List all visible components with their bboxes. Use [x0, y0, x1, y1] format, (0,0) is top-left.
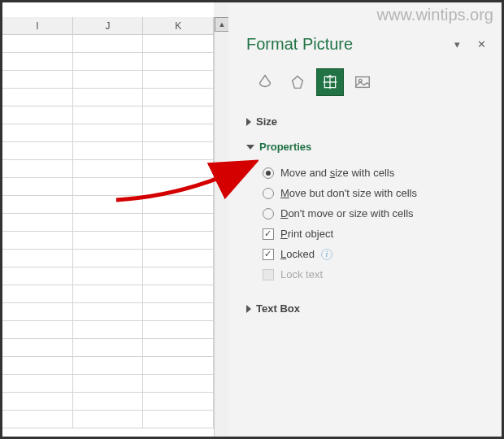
grid-row[interactable]: [2, 357, 214, 375]
locked-checkbox[interactable]: Locked i: [263, 244, 487, 264]
panel-title: Format Picture: [246, 35, 353, 54]
grid-row[interactable]: [2, 196, 214, 214]
size-section-title: Size: [256, 115, 277, 128]
grid-row[interactable]: [2, 321, 214, 339]
properties-body: Move and size with cells Move but don't …: [246, 156, 487, 293]
textbox-section: Text Box: [246, 299, 487, 318]
grid-row[interactable]: [2, 71, 214, 89]
column-headers: I J K: [2, 17, 214, 35]
scroll-up-button[interactable]: ▲: [215, 17, 229, 32]
textbox-section-header[interactable]: Text Box: [246, 299, 487, 318]
textbox-section-title: Text Box: [256, 302, 300, 315]
grid-row[interactable]: [2, 106, 214, 124]
radio-icon: [263, 188, 274, 199]
svg-rect-6: [356, 77, 370, 88]
expand-icon: [246, 305, 251, 313]
svg-marker-0: [293, 76, 303, 89]
grid-row[interactable]: [2, 411, 214, 428]
radio-icon: [263, 167, 274, 179]
grid-row[interactable]: [2, 250, 214, 267]
close-icon[interactable]: ✕: [476, 39, 487, 50]
format-picture-panel: Format Picture ▾ ✕ Size: [228, 2, 502, 437]
size-section: Size: [246, 112, 487, 131]
checkbox-icon: [263, 228, 274, 240]
panel-header: Format Picture ▾ ✕: [246, 35, 487, 54]
grid-row[interactable]: [2, 339, 214, 357]
print-object-checkbox[interactable]: Print object: [263, 224, 487, 244]
grid-row[interactable]: [2, 232, 214, 250]
option-label: Locked: [280, 248, 315, 260]
properties-section-title: Properties: [259, 141, 311, 153]
size-properties-tab[interactable]: [316, 68, 344, 96]
grid-rows: [2, 35, 214, 428]
option-label: Move but don't size with cells: [280, 187, 417, 199]
grid-row[interactable]: [2, 124, 214, 142]
move-and-size-radio[interactable]: Move and size with cells: [263, 163, 487, 183]
collapse-icon: [246, 145, 254, 150]
option-label: Print object: [280, 228, 333, 240]
properties-section-header[interactable]: Properties: [246, 137, 487, 156]
grid-row[interactable]: [2, 267, 214, 285]
col-header-k[interactable]: K: [143, 17, 214, 34]
col-header-i[interactable]: I: [2, 17, 73, 34]
grid-row[interactable]: [2, 214, 214, 232]
panel-menu-button[interactable]: ▾: [451, 39, 463, 50]
spreadsheet-grid: I J K: [2, 2, 214, 437]
watermark-text: www.wintips.org: [377, 6, 493, 24]
properties-section: Properties Move and size with cells Move…: [246, 137, 487, 293]
grid-row[interactable]: [2, 142, 214, 160]
info-icon[interactable]: i: [321, 249, 332, 260]
lock-text-checkbox: Lock text: [263, 264, 487, 285]
grid-row[interactable]: [2, 375, 214, 393]
option-label: Lock text: [280, 268, 323, 280]
dont-move-radio[interactable]: Don't move or size with cells: [263, 203, 487, 224]
option-label: Move and size with cells: [280, 167, 394, 179]
grid-row[interactable]: [2, 35, 214, 53]
grid-row[interactable]: [2, 285, 214, 303]
app-container: I J K ▲: [2, 2, 502, 437]
effects-tab[interactable]: [284, 68, 311, 96]
fill-line-tab[interactable]: [251, 68, 279, 96]
size-section-header[interactable]: Size: [246, 112, 487, 131]
vertical-scrollbar[interactable]: ▲: [214, 17, 228, 437]
category-tabs: [251, 68, 487, 96]
grid-row[interactable]: [2, 160, 214, 178]
col-header-j[interactable]: J: [73, 17, 144, 34]
grid-row[interactable]: [2, 393, 214, 411]
checkbox-icon: [263, 269, 274, 280]
radio-icon: [263, 208, 274, 220]
option-label: Don't move or size with cells: [280, 207, 414, 220]
grid-row[interactable]: [2, 303, 214, 321]
grid-row[interactable]: [2, 89, 214, 106]
move-only-radio[interactable]: Move but don't size with cells: [263, 183, 487, 203]
picture-tab[interactable]: [349, 68, 376, 96]
grid-row[interactable]: [2, 178, 214, 196]
checkbox-icon: [263, 249, 274, 260]
grid-row[interactable]: [2, 53, 214, 71]
expand-icon: [246, 118, 251, 126]
